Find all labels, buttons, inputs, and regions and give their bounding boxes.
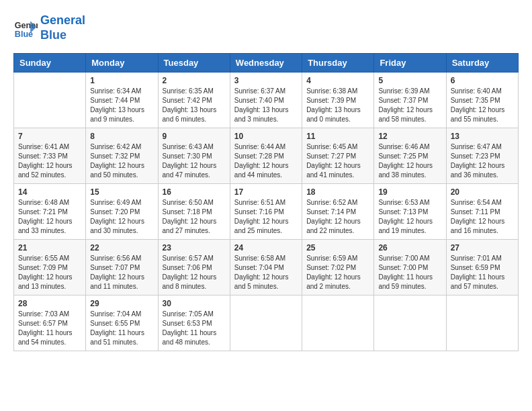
sunset-label: Sunset: 7:32 PM — [90, 152, 140, 160]
daylight-label: Daylight: 12 hours and 2 minutes. — [306, 273, 361, 290]
sunrise-label: Sunrise: 6:46 AM — [378, 143, 429, 150]
sunrise-label: Sunrise: 6:41 AM — [18, 143, 69, 150]
sunrise-label: Sunrise: 6:48 AM — [18, 199, 69, 206]
daylight-label: Daylight: 12 hours and 41 minutes. — [306, 162, 361, 179]
sunset-label: Sunset: 7:37 PM — [378, 97, 428, 104]
day-number: 14 — [18, 187, 81, 197]
daylight-label: Daylight: 12 hours and 19 minutes. — [378, 218, 433, 234]
col-header-tuesday: Tuesday — [158, 54, 230, 73]
day-number: 29 — [90, 299, 153, 308]
day-info: Sunrise: 6:48 AM Sunset: 7:21 PM Dayligh… — [18, 198, 81, 236]
day-number: 5 — [378, 76, 441, 85]
sunrise-label: Sunrise: 6:42 AM — [90, 143, 141, 150]
calendar-cell: 19 Sunrise: 6:53 AM Sunset: 7:13 PM Dayl… — [374, 184, 446, 240]
day-number: 4 — [306, 76, 369, 85]
daylight-label: Daylight: 12 hours and 44 minutes. — [234, 162, 289, 179]
day-info: Sunrise: 7:04 AM Sunset: 6:55 PM Dayligh… — [90, 310, 153, 347]
daylight-label: Daylight: 12 hours and 50 minutes. — [90, 162, 144, 179]
sunrise-label: Sunrise: 6:55 AM — [18, 255, 69, 262]
day-info: Sunrise: 7:00 AM Sunset: 7:00 PM Dayligh… — [378, 254, 441, 291]
sunset-label: Sunset: 7:21 PM — [18, 208, 68, 216]
daylight-label: Daylight: 12 hours and 5 minutes. — [234, 273, 289, 290]
sunrise-label: Sunrise: 7:03 AM — [18, 310, 69, 318]
day-number: 12 — [378, 132, 441, 141]
sunrise-label: Sunrise: 6:52 AM — [306, 199, 357, 206]
day-info: Sunrise: 6:51 AM Sunset: 7:16 PM Dayligh… — [234, 198, 298, 236]
day-info: Sunrise: 6:49 AM Sunset: 7:20 PM Dayligh… — [90, 198, 153, 236]
logo-text-general: General — [40, 13, 85, 28]
calendar-cell: 11 Sunrise: 6:45 AM Sunset: 7:27 PM Dayl… — [302, 128, 374, 184]
sunrise-label: Sunrise: 6:58 AM — [234, 255, 285, 262]
day-number: 23 — [163, 243, 226, 253]
day-number: 28 — [18, 299, 81, 308]
daylight-label: Daylight: 12 hours and 36 minutes. — [451, 162, 505, 179]
day-info: Sunrise: 6:41 AM Sunset: 7:33 PM Dayligh… — [18, 142, 81, 180]
day-number: 13 — [451, 132, 514, 141]
logo-icon: General Blue — [13, 16, 38, 40]
day-number: 30 — [163, 299, 226, 308]
daylight-label: Daylight: 12 hours and 8 minutes. — [163, 273, 217, 290]
day-number: 25 — [306, 243, 369, 253]
daylight-label: Daylight: 12 hours and 13 minutes. — [18, 273, 73, 290]
svg-text:Blue: Blue — [15, 29, 33, 38]
sunrise-label: Sunrise: 6:43 AM — [163, 143, 214, 150]
sunrise-label: Sunrise: 7:04 AM — [90, 310, 141, 318]
sunset-label: Sunset: 7:40 PM — [234, 97, 284, 104]
sunrise-label: Sunrise: 7:01 AM — [451, 255, 502, 262]
calendar-table: SundayMondayTuesdayWednesdayThursdayFrid… — [13, 53, 519, 351]
sunrise-label: Sunrise: 6:53 AM — [378, 199, 429, 206]
calendar-cell: 8 Sunrise: 6:42 AM Sunset: 7:32 PM Dayli… — [86, 128, 158, 184]
daylight-label: Daylight: 13 hours and 6 minutes. — [163, 106, 217, 123]
calendar-cell — [230, 295, 302, 351]
day-number: 8 — [90, 132, 153, 141]
calendar-cell: 17 Sunrise: 6:51 AM Sunset: 7:16 PM Dayl… — [230, 184, 302, 240]
calendar-cell: 13 Sunrise: 6:47 AM Sunset: 7:23 PM Dayl… — [446, 128, 518, 184]
day-info: Sunrise: 6:38 AM Sunset: 7:39 PM Dayligh… — [306, 87, 369, 124]
sunrise-label: Sunrise: 6:56 AM — [90, 255, 141, 262]
daylight-label: Daylight: 12 hours and 52 minutes. — [18, 162, 73, 179]
daylight-label: Daylight: 13 hours and 9 minutes. — [90, 106, 144, 123]
calendar-cell — [446, 295, 518, 351]
calendar-week-5: 28 Sunrise: 7:03 AM Sunset: 6:57 PM Dayl… — [14, 295, 519, 351]
day-info: Sunrise: 6:59 AM Sunset: 7:02 PM Dayligh… — [306, 254, 369, 291]
sunset-label: Sunset: 7:16 PM — [234, 208, 284, 216]
day-info: Sunrise: 6:53 AM Sunset: 7:13 PM Dayligh… — [378, 198, 441, 236]
day-number: 11 — [306, 132, 369, 141]
sunset-label: Sunset: 7:20 PM — [90, 208, 140, 216]
sunrise-label: Sunrise: 6:35 AM — [163, 87, 214, 95]
day-info: Sunrise: 6:47 AM Sunset: 7:23 PM Dayligh… — [451, 142, 514, 180]
calendar-cell: 23 Sunrise: 6:57 AM Sunset: 7:06 PM Dayl… — [158, 240, 230, 295]
daylight-label: Daylight: 12 hours and 38 minutes. — [378, 162, 433, 179]
day-info: Sunrise: 6:45 AM Sunset: 7:27 PM Dayligh… — [306, 142, 369, 180]
sunset-label: Sunset: 7:33 PM — [18, 152, 68, 160]
sunrise-label: Sunrise: 6:34 AM — [90, 87, 141, 95]
calendar-cell: 9 Sunrise: 6:43 AM Sunset: 7:30 PM Dayli… — [158, 128, 230, 184]
daylight-label: Daylight: 12 hours and 30 minutes. — [90, 218, 144, 234]
day-info: Sunrise: 6:50 AM Sunset: 7:18 PM Dayligh… — [163, 198, 226, 236]
calendar-cell: 10 Sunrise: 6:44 AM Sunset: 7:28 PM Dayl… — [230, 128, 302, 184]
day-info: Sunrise: 6:44 AM Sunset: 7:28 PM Dayligh… — [234, 142, 298, 180]
sunset-label: Sunset: 7:25 PM — [378, 152, 428, 160]
calendar-body: 1 Sunrise: 6:34 AM Sunset: 7:44 PM Dayli… — [14, 73, 519, 351]
day-number: 17 — [234, 187, 298, 197]
sunrise-label: Sunrise: 6:50 AM — [163, 199, 214, 206]
day-info: Sunrise: 6:46 AM Sunset: 7:25 PM Dayligh… — [378, 142, 441, 180]
day-info: Sunrise: 6:39 AM Sunset: 7:37 PM Dayligh… — [378, 87, 441, 124]
day-info: Sunrise: 7:03 AM Sunset: 6:57 PM Dayligh… — [18, 310, 81, 347]
day-number: 21 — [18, 243, 81, 253]
calendar-cell: 26 Sunrise: 7:00 AM Sunset: 7:00 PM Dayl… — [374, 240, 446, 295]
calendar-cell: 2 Sunrise: 6:35 AM Sunset: 7:42 PM Dayli… — [158, 73, 230, 128]
sunrise-label: Sunrise: 6:57 AM — [163, 255, 214, 262]
col-header-thursday: Thursday — [302, 54, 374, 73]
col-header-sunday: Sunday — [14, 54, 86, 73]
sunrise-label: Sunrise: 6:39 AM — [378, 87, 429, 95]
day-number: 18 — [306, 187, 369, 197]
calendar-cell — [302, 295, 374, 351]
sunset-label: Sunset: 7:30 PM — [163, 152, 212, 160]
sunrise-label: Sunrise: 6:37 AM — [234, 87, 285, 95]
col-header-monday: Monday — [86, 54, 158, 73]
sunset-label: Sunset: 7:18 PM — [163, 208, 212, 216]
sunrise-label: Sunrise: 7:00 AM — [378, 255, 429, 262]
sunrise-label: Sunrise: 6:49 AM — [90, 199, 141, 206]
day-info: Sunrise: 6:52 AM Sunset: 7:14 PM Dayligh… — [306, 198, 369, 236]
